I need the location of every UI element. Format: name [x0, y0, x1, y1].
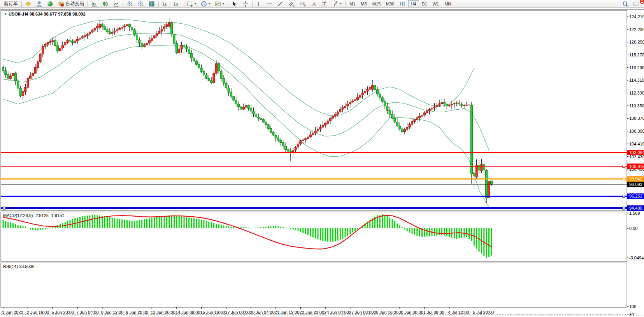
- periods-button[interactable]: ▾: [198, 0, 212, 7]
- price-tag: 103.064: [629, 150, 644, 155]
- time-axis-label: 7 Jun 04:00: [76, 310, 99, 315]
- trendline-button[interactable]: [275, 0, 286, 7]
- fibonacci-button[interactable]: F: [297, 0, 309, 7]
- cursor-button[interactable]: [229, 0, 240, 7]
- time-axis-label: 1 Jun 2022: [2, 310, 23, 315]
- dropdown-arrow-icon: ▾: [340, 2, 342, 5]
- time-axis-label: 17 Jun 00:00: [225, 310, 250, 315]
- timeframe-w1[interactable]: W1: [430, 0, 442, 7]
- arrows-button[interactable]: ▾: [330, 0, 344, 7]
- time-axis-label: 8 Jun 12:00: [101, 310, 124, 315]
- price-axis-label: 104.410: [629, 142, 644, 146]
- signals-button[interactable]: [45, 0, 56, 7]
- line-chart-icon: [113, 1, 119, 7]
- line-chart-button[interactable]: [111, 0, 122, 7]
- templates-icon: [215, 1, 221, 7]
- zoom-in-button[interactable]: [125, 0, 135, 7]
- time-axis-label: 30 Jun 00:00: [398, 310, 423, 315]
- search-icon: [622, 1, 628, 7]
- search-button[interactable]: [620, 0, 631, 7]
- main-toolbar: 新订单 自动交易 ▾ ▾: [0, 0, 644, 8]
- timeframe-h4[interactable]: H4: [408, 0, 419, 7]
- toolbar-separator: [158, 1, 159, 7]
- time-axis-label: 4 Jul 12:00: [448, 310, 469, 315]
- chat-button[interactable]: 1: [631, 0, 642, 7]
- dropdown-arrow-icon: ▾: [223, 2, 224, 5]
- time-axis-label: 15 Jun 16:00: [200, 310, 225, 315]
- trendline-icon: [277, 1, 283, 7]
- new-order-button[interactable]: 新订单: [2, 0, 20, 7]
- svg-text:▼: ▼: [4, 12, 7, 16]
- text-label-icon: T: [321, 1, 328, 7]
- toolbar-separator: [345, 1, 346, 7]
- macd-axis-label: 1.569: [629, 211, 640, 215]
- time-axis-label: 28 Jun 16:00: [374, 310, 399, 315]
- templates-button[interactable]: ▾: [212, 0, 226, 7]
- timeframe-h1[interactable]: H1: [397, 0, 408, 7]
- timeframe-m30[interactable]: M30: [383, 0, 397, 7]
- horizontal-line-icon: [266, 1, 272, 7]
- crosshair-button[interactable]: [240, 0, 251, 7]
- time-axis-label: 21 Jun 12:00: [275, 310, 300, 315]
- rsi-axis-label: 80: [629, 312, 634, 317]
- toolbar-separator: [123, 1, 123, 7]
- vertical-line-button[interactable]: [254, 0, 264, 7]
- rsi-label: RSI(14) 33.5036: [3, 264, 35, 269]
- price-axis-label: 106.390: [629, 129, 644, 133]
- bar-chart-button[interactable]: [89, 0, 100, 7]
- dropdown-arrow-icon: ▾: [195, 2, 196, 5]
- price-tag: 96.253: [629, 194, 642, 198]
- price-tag: 98.092: [629, 182, 642, 187]
- time-axis-label: 20 Jun 04:00: [250, 310, 275, 315]
- toolbar-separator: [252, 1, 253, 7]
- time-axis-label: 22 Jun 20:00: [299, 310, 324, 315]
- equidistant-channel-button[interactable]: E: [286, 0, 297, 7]
- horizontal-line-button[interactable]: [264, 0, 275, 7]
- time-axis-label: 13 Jun 00:00: [151, 310, 175, 315]
- timeframe-m5[interactable]: M5: [358, 0, 369, 7]
- zoom-out-button[interactable]: [135, 0, 146, 7]
- macd-label: MACD(12,26,9) -2.8125 -1.9151: [3, 213, 64, 218]
- timeframe-d1[interactable]: D1: [419, 0, 430, 7]
- tile-windows-button[interactable]: [146, 0, 157, 7]
- timeframe-mn[interactable]: MN: [442, 0, 454, 7]
- svg-text:E: E: [293, 4, 295, 7]
- timeframe-m1[interactable]: M1: [347, 0, 358, 7]
- tile-windows-icon: [149, 1, 155, 7]
- symbol-ohlc-label: USOil-,H4 98.634 98.677 97.858 98.092: [9, 12, 86, 16]
- crosshair-icon: [242, 1, 249, 7]
- timeframe-m15[interactable]: M15: [370, 0, 383, 7]
- price-axis-label: 110.350: [629, 103, 644, 108]
- text-icon: A: [311, 1, 317, 7]
- chart-shift-button[interactable]: [171, 0, 182, 7]
- text-label-button[interactable]: T: [319, 0, 330, 7]
- price-chart-canvas[interactable]: 124.210122.230120.250118.270116.290114.3…: [0, 8, 644, 317]
- chat-bubble-icon: [633, 1, 640, 7]
- time-axis-label: 2 Jun 16:00: [27, 310, 49, 315]
- new-chart-button[interactable]: ▾: [184, 0, 198, 7]
- new-chart-icon: [187, 1, 193, 7]
- toolbar-separator: [88, 1, 88, 7]
- candlestick-chart-button[interactable]: [100, 0, 111, 7]
- price-axis-label: 124.210: [629, 14, 644, 19]
- price-axis-label: 122.230: [629, 27, 644, 32]
- text-button[interactable]: A: [309, 0, 319, 7]
- price-tag: 100.915: [629, 164, 644, 169]
- accounts-button[interactable]: [34, 0, 45, 7]
- marketwatch-button[interactable]: [23, 0, 34, 7]
- price-axis-label: 116.290: [629, 65, 644, 70]
- time-axis-label: 14 Jun 08:00: [175, 310, 200, 315]
- price-axis-label: 118.270: [629, 53, 644, 57]
- price-axis-label: 120.250: [629, 40, 644, 44]
- macd-axis-label: -3.0494: [629, 256, 644, 260]
- price-axis-label: 112.330: [629, 91, 644, 95]
- fibonacci-icon: F: [300, 1, 307, 7]
- clock-icon: [201, 1, 207, 7]
- chart-window: 124.210122.230120.250118.270116.290114.3…: [0, 8, 644, 317]
- time-axis-label: 9 Jun 20:00: [126, 310, 149, 315]
- chart-shift-icon: [173, 1, 179, 7]
- candlestick-chart-icon: [102, 1, 109, 7]
- auto-scroll-button[interactable]: [160, 0, 171, 7]
- autotrading-button[interactable]: 自动交易: [56, 0, 86, 7]
- toolbar-separator: [21, 1, 22, 7]
